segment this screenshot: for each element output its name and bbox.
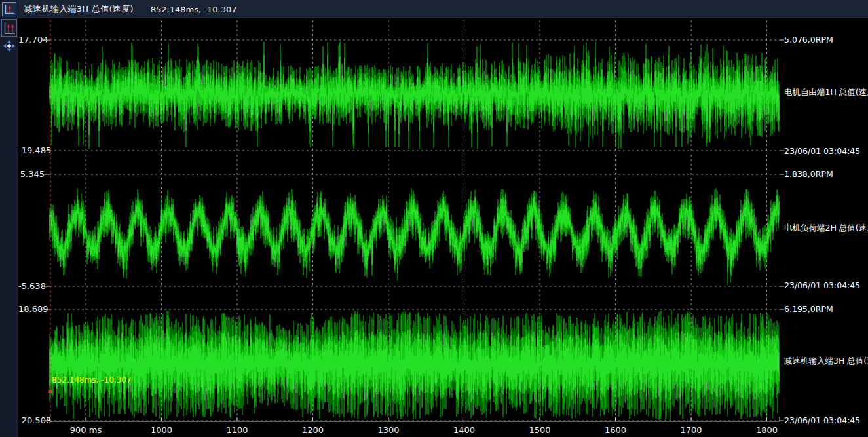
chart1-timestamp: 23/06/01 03:04:45 (784, 146, 860, 156)
chart1-channel-label: 电机自由端1H 总值(速度) (784, 87, 868, 98)
chart2-timestamp: 23/06/01 03:04:45 (784, 280, 860, 290)
chart2-channel-label: 电机负荷端2H 总值(速度) (784, 223, 868, 234)
chart2-ymax-label: 5.345 (18, 169, 45, 179)
active-channel-title: 减速机输入端3H 总值(速度) (24, 3, 134, 15)
pan-icon (3, 39, 16, 52)
x-tick-label: 1600 (588, 425, 643, 435)
chart3-timestamp: 23/06/01 03:04:45 (784, 415, 860, 425)
chart2-rpm-label: 1.838,0RPM (784, 169, 833, 179)
cursor-readout: 852.148ms, -10.307 (151, 5, 237, 14)
x-tick-label: 1800 (740, 425, 795, 435)
chart-area: 17.704 -19.485 5.076,0RPM 电机自由端1H 总值(速度)… (18, 18, 868, 437)
x-tick-label: 1500 (512, 425, 567, 435)
single-cursor-icon (3, 3, 16, 16)
chart1-ymax-label: 17.704 (18, 35, 45, 45)
pan-tool-button[interactable] (3, 39, 16, 52)
chart3-ymax-label: 18.689 (18, 304, 45, 314)
cursor-value-marker (49, 390, 52, 393)
waveform-canvas[interactable] (18, 18, 868, 437)
x-tick-label: 1100 (210, 425, 265, 435)
x-tick-label: 900 ms (58, 425, 113, 435)
title-bar: 减速机输入端3H 总值(速度) 852.148ms, -10.307 (0, 0, 868, 18)
x-tick-label: 1200 (286, 425, 341, 435)
chart1-ymin-label: -19.485 (18, 145, 45, 155)
tool-sidebar (0, 18, 18, 437)
x-tick-label: 1700 (664, 425, 719, 435)
chart2-ymin-label: -5.638 (18, 281, 45, 291)
chart3-channel-label: 减速机输入端3H 总值(速度) (784, 356, 868, 367)
cursor-annotation: 852.148ms, -10.307 (52, 375, 132, 385)
x-tick-label: 1000 (134, 425, 189, 435)
dual-cursor-tool-button[interactable] (1, 19, 17, 37)
chart3-ymin-label: -20.508 (18, 415, 45, 425)
x-tick-label: 1300 (361, 425, 416, 435)
single-cursor-tool-button[interactable] (2, 2, 16, 16)
chart3-rpm-label: 6.195,0RPM (784, 304, 833, 314)
dual-cursor-icon (3, 21, 16, 35)
x-tick-label: 1400 (437, 425, 492, 435)
chart1-rpm-label: 5.076,0RPM (784, 35, 833, 45)
